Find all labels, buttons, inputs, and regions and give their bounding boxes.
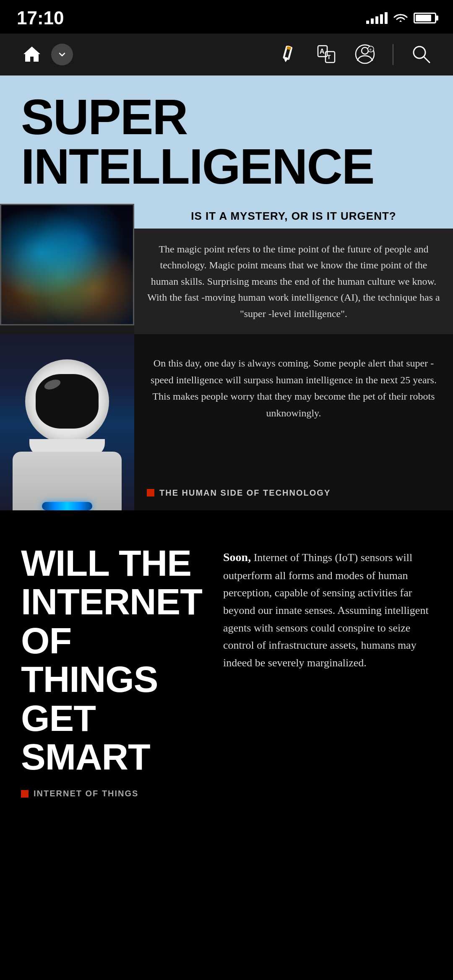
si-header: SUPER INTELLIGENCE: [0, 75, 453, 204]
battery-icon: [414, 13, 436, 23]
dropdown-button[interactable]: [51, 44, 73, 65]
si-paragraph2-container: On this day, one day is always coming. S…: [134, 334, 453, 510]
iot-left: WILL THE INTERNET OF THINGS GET SMART IN…: [21, 544, 202, 798]
wifi-icon: [393, 11, 408, 26]
user-image-icon: +: [354, 43, 376, 65]
nav-bar: A T +: [0, 34, 453, 75]
svg-line-14: [424, 57, 430, 62]
iot-section: WILL THE INTERNET OF THINGS GET SMART IN…: [0, 510, 453, 824]
iot-title: WILL THE INTERNET OF THINGS GET SMART: [21, 544, 202, 776]
iot-tag-text: INTERNET OF THINGS: [34, 789, 138, 798]
si-tag-dot: [147, 489, 154, 496]
pencil-icon: [277, 43, 299, 65]
si-subtitle-bar: IS IT A MYSTERY, OR IS IT URGENT?: [134, 204, 453, 229]
iot-paragraph: Soon, Internet of Things (IoT) sensors w…: [223, 548, 432, 671]
user-image-button[interactable]: +: [354, 43, 376, 66]
translate-button[interactable]: A T: [315, 43, 337, 66]
search-button[interactable]: [410, 43, 432, 66]
nav-right: A T +: [277, 43, 432, 66]
svg-text:T: T: [327, 54, 331, 60]
iot-lead-word: Soon,: [223, 551, 251, 564]
svg-point-10: [362, 47, 368, 54]
home-button[interactable]: [21, 43, 43, 66]
chevron-down-icon: [57, 49, 67, 60]
si-tag: THE HUMAN SIDE OF TECHNOLOGY: [147, 488, 440, 498]
svg-text:A: A: [320, 48, 325, 55]
si-subtitle: IS IT A MYSTERY, OR IS IT URGENT?: [191, 210, 396, 222]
si-top-row: IS IT A MYSTERY, OR IS IT URGENT? The ma…: [0, 204, 453, 334]
robot-image: [0, 334, 134, 510]
pencil-button[interactable]: [277, 43, 299, 66]
robot-figure: [8, 359, 126, 510]
svg-text:+: +: [369, 47, 372, 52]
iot-right: Soon, Internet of Things (IoT) sensors w…: [223, 544, 432, 798]
iot-tag: INTERNET OF THINGS: [21, 789, 202, 798]
nav-divider: [393, 44, 393, 65]
si-tag-text: THE HUMAN SIDE OF TECHNOLOGY: [159, 488, 331, 498]
nav-left: [21, 43, 73, 66]
nebula-image: [0, 204, 134, 325]
si-top-right: IS IT A MYSTERY, OR IS IT URGENT? The ma…: [134, 204, 453, 334]
status-bar: 17:10: [0, 0, 453, 34]
si-paragraph2: On this day, one day is always coming. S…: [147, 355, 440, 421]
si-paragraph1: The magic point refers to the time point…: [134, 229, 453, 334]
status-icons: [366, 11, 436, 26]
iot-paragraph-text: Internet of Things (IoT) sensors will ou…: [223, 551, 429, 669]
search-icon: [410, 43, 432, 65]
translate-icon: A T: [315, 43, 337, 65]
si-title: SUPER INTELLIGENCE: [21, 92, 432, 191]
signal-bars-icon: [366, 12, 388, 24]
status-time: 17:10: [17, 8, 64, 29]
article: SUPER INTELLIGENCE IS IT A MYSTERY, OR I…: [0, 75, 453, 824]
iot-tag-dot: [21, 790, 29, 798]
home-icon: [21, 43, 43, 65]
si-robot-section: On this day, one day is always coming. S…: [0, 334, 453, 510]
si-content: IS IT A MYSTERY, OR IS IT URGENT? The ma…: [0, 204, 453, 510]
